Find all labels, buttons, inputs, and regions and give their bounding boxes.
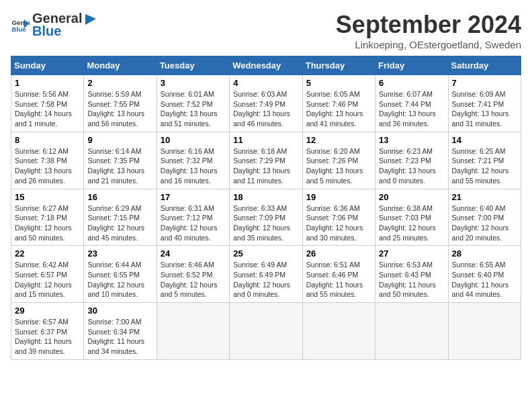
week-row-2: 8Sunrise: 6:12 AMSunset: 7:38 PMDaylight… (11, 132, 521, 189)
day-info: Sunrise: 6:29 AMSunset: 7:15 PMDaylight:… (87, 203, 152, 243)
day-header-thursday: Thursday (302, 56, 375, 75)
calendar-subtitle: Linkoeping, OEstergoetland, Sweden (336, 39, 521, 50)
day-cell: 29Sunrise: 6:57 AMSunset: 6:37 PMDayligh… (11, 303, 84, 360)
day-number: 4 (233, 78, 298, 88)
day-info: Sunrise: 6:25 AMSunset: 7:21 PMDaylight:… (452, 146, 517, 186)
page-header: General Blue General Blue September 2024… (11, 11, 521, 50)
day-header-saturday: Saturday (448, 56, 521, 75)
day-number: 19 (306, 192, 371, 202)
day-header-sunday: Sunday (11, 56, 84, 75)
day-info: Sunrise: 6:18 AMSunset: 7:29 PMDaylight:… (233, 146, 298, 186)
day-number: 14 (452, 135, 517, 145)
day-cell: 2Sunrise: 5:59 AMSunset: 7:55 PMDaylight… (84, 75, 157, 132)
svg-text:Blue: Blue (11, 26, 26, 33)
day-number: 1 (15, 78, 80, 88)
day-cell: 5Sunrise: 6:05 AMSunset: 7:46 PMDaylight… (302, 75, 375, 132)
logo: General Blue General Blue (11, 11, 98, 39)
day-cell: 22Sunrise: 6:42 AMSunset: 6:57 PMDayligh… (11, 246, 84, 303)
day-cell: 28Sunrise: 6:55 AMSunset: 6:40 PMDayligh… (448, 246, 521, 303)
day-cell (448, 303, 521, 360)
day-cell: 9Sunrise: 6:14 AMSunset: 7:35 PMDaylight… (84, 132, 157, 189)
calendar-table: SundayMondayTuesdayWednesdayThursdayFrid… (11, 56, 521, 360)
day-info: Sunrise: 6:14 AMSunset: 7:35 PMDaylight:… (87, 146, 152, 186)
day-cell: 1Sunrise: 5:56 AMSunset: 7:58 PMDaylight… (11, 75, 84, 132)
day-cell: 15Sunrise: 6:27 AMSunset: 7:18 PMDayligh… (11, 189, 84, 246)
day-number: 7 (452, 78, 517, 88)
day-number: 30 (87, 306, 152, 316)
day-info: Sunrise: 6:44 AMSunset: 6:55 PMDaylight:… (87, 260, 152, 300)
day-cell: 19Sunrise: 6:36 AMSunset: 7:06 PMDayligh… (302, 189, 375, 246)
day-cell: 6Sunrise: 6:07 AMSunset: 7:44 PMDaylight… (375, 75, 448, 132)
day-number: 16 (87, 192, 152, 202)
day-cell: 10Sunrise: 6:16 AMSunset: 7:32 PMDayligh… (157, 132, 229, 189)
day-info: Sunrise: 6:20 AMSunset: 7:26 PMDaylight:… (306, 146, 371, 186)
day-info: Sunrise: 6:49 AMSunset: 6:49 PMDaylight:… (233, 260, 298, 300)
day-number: 20 (379, 192, 444, 202)
day-info: Sunrise: 6:57 AMSunset: 6:37 PMDaylight:… (15, 317, 80, 357)
day-number: 26 (306, 248, 371, 259)
day-info: Sunrise: 6:01 AMSunset: 7:52 PMDaylight:… (161, 89, 226, 129)
day-info: Sunrise: 6:51 AMSunset: 6:46 PMDaylight:… (306, 260, 371, 300)
day-number: 27 (379, 248, 444, 259)
day-number: 6 (379, 78, 444, 88)
day-cell: 23Sunrise: 6:44 AMSunset: 6:55 PMDayligh… (84, 246, 157, 303)
logo-triangle-icon (83, 11, 97, 26)
day-info: Sunrise: 6:40 AMSunset: 7:00 PMDaylight:… (452, 203, 517, 243)
day-cell: 20Sunrise: 6:38 AMSunset: 7:03 PMDayligh… (375, 189, 448, 246)
day-info: Sunrise: 6:38 AMSunset: 7:03 PMDaylight:… (379, 203, 444, 243)
day-number: 12 (306, 135, 371, 145)
day-cell: 8Sunrise: 6:12 AMSunset: 7:38 PMDaylight… (11, 132, 84, 189)
day-cell (375, 303, 448, 360)
day-number: 9 (87, 135, 152, 145)
day-number: 8 (15, 135, 80, 145)
day-info: Sunrise: 6:42 AMSunset: 6:57 PMDaylight:… (15, 260, 80, 300)
day-cell: 16Sunrise: 6:29 AMSunset: 7:15 PMDayligh… (84, 189, 157, 246)
day-info: Sunrise: 6:09 AMSunset: 7:41 PMDaylight:… (452, 89, 517, 129)
day-cell: 14Sunrise: 6:25 AMSunset: 7:21 PMDayligh… (448, 132, 521, 189)
day-info: Sunrise: 6:31 AMSunset: 7:12 PMDaylight:… (161, 203, 226, 243)
day-number: 29 (15, 306, 80, 316)
day-info: Sunrise: 6:12 AMSunset: 7:38 PMDaylight:… (15, 146, 80, 186)
svg-marker-3 (85, 14, 96, 25)
logo-icon: General Blue (11, 15, 30, 34)
day-cell: 27Sunrise: 6:53 AMSunset: 6:43 PMDayligh… (375, 246, 448, 303)
day-info: Sunrise: 6:53 AMSunset: 6:43 PMDaylight:… (379, 260, 444, 300)
day-info: Sunrise: 6:46 AMSunset: 6:52 PMDaylight:… (161, 260, 226, 300)
day-number: 13 (379, 135, 444, 145)
day-number: 10 (161, 135, 226, 145)
day-header-wednesday: Wednesday (230, 56, 302, 75)
day-number: 11 (233, 135, 298, 145)
day-header-tuesday: Tuesday (157, 56, 229, 75)
calendar-header-row: SundayMondayTuesdayWednesdayThursdayFrid… (11, 56, 521, 75)
day-cell: 24Sunrise: 6:46 AMSunset: 6:52 PMDayligh… (157, 246, 229, 303)
day-number: 21 (452, 192, 517, 202)
day-cell: 11Sunrise: 6:18 AMSunset: 7:29 PMDayligh… (230, 132, 302, 189)
day-cell: 7Sunrise: 6:09 AMSunset: 7:41 PMDaylight… (448, 75, 521, 132)
day-cell: 30Sunrise: 7:00 AMSunset: 6:34 PMDayligh… (84, 303, 157, 360)
day-number: 15 (15, 192, 80, 202)
day-info: Sunrise: 6:07 AMSunset: 7:44 PMDaylight:… (379, 89, 444, 129)
day-info: Sunrise: 6:55 AMSunset: 6:40 PMDaylight:… (452, 260, 517, 300)
day-info: Sunrise: 6:05 AMSunset: 7:46 PMDaylight:… (306, 89, 371, 129)
day-number: 22 (15, 248, 80, 259)
week-row-1: 1Sunrise: 5:56 AMSunset: 7:58 PMDaylight… (11, 75, 521, 132)
day-info: Sunrise: 6:16 AMSunset: 7:32 PMDaylight:… (161, 146, 226, 186)
day-number: 5 (306, 78, 371, 88)
day-cell: 18Sunrise: 6:33 AMSunset: 7:09 PMDayligh… (230, 189, 302, 246)
day-number: 3 (161, 78, 226, 88)
day-cell (230, 303, 302, 360)
day-number: 24 (161, 248, 226, 259)
day-header-monday: Monday (84, 56, 157, 75)
day-info: Sunrise: 6:23 AMSunset: 7:23 PMDaylight:… (379, 146, 444, 186)
day-header-friday: Friday (375, 56, 448, 75)
week-row-5: 29Sunrise: 6:57 AMSunset: 6:37 PMDayligh… (11, 303, 521, 360)
calendar-title: September 2024 (336, 11, 521, 39)
day-cell: 21Sunrise: 6:40 AMSunset: 7:00 PMDayligh… (448, 189, 521, 246)
day-info: Sunrise: 6:36 AMSunset: 7:06 PMDaylight:… (306, 203, 371, 243)
week-row-3: 15Sunrise: 6:27 AMSunset: 7:18 PMDayligh… (11, 189, 521, 246)
day-number: 2 (87, 78, 152, 88)
day-cell (302, 303, 375, 360)
day-cell (157, 303, 229, 360)
day-cell: 4Sunrise: 6:03 AMSunset: 7:49 PMDaylight… (230, 75, 302, 132)
day-info: Sunrise: 6:33 AMSunset: 7:09 PMDaylight:… (233, 203, 298, 243)
